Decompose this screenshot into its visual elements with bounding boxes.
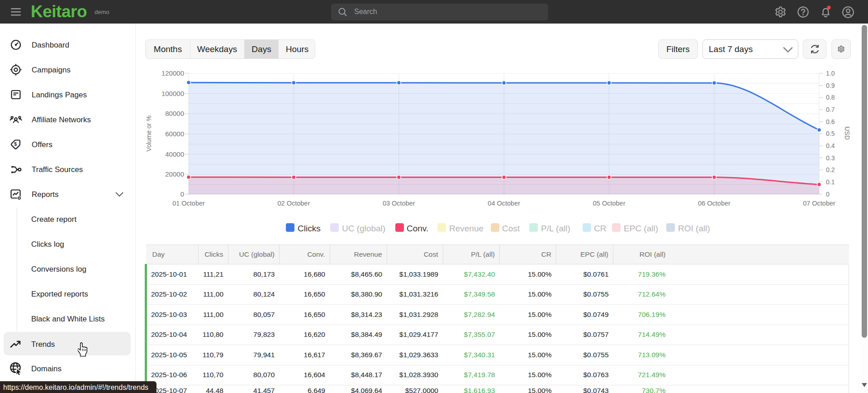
svg-text:1.0: 1.0 (826, 70, 835, 77)
svg-text:$: $ (14, 141, 17, 147)
svg-text:0.2: 0.2 (826, 166, 835, 173)
svg-text:0.6: 0.6 (826, 118, 835, 125)
svg-text:60000: 60000 (165, 130, 184, 138)
svg-text:0.8: 0.8 (826, 94, 835, 101)
svg-text:04 October: 04 October (488, 200, 520, 207)
svg-text:80000: 80000 (165, 110, 184, 117)
svg-text:USD: USD (844, 126, 851, 140)
svg-text:20000: 20000 (165, 170, 184, 178)
svg-text:05 October: 05 October (593, 200, 626, 207)
svg-text:0.5: 0.5 (826, 130, 835, 137)
svg-text:07 October: 07 October (803, 200, 835, 207)
svg-text:Volume or %: Volume or % (145, 115, 152, 151)
svg-text:0.7: 0.7 (826, 106, 835, 113)
svg-text:40000: 40000 (165, 150, 184, 158)
svg-text:06 October: 06 October (698, 200, 730, 207)
svg-text:0.9: 0.9 (826, 82, 835, 89)
svg-text:0: 0 (180, 190, 184, 198)
svg-text:100000: 100000 (161, 90, 184, 97)
svg-text:0.3: 0.3 (826, 154, 835, 162)
svg-text:120000: 120000 (161, 69, 184, 77)
svg-text:02 October: 02 October (278, 200, 310, 207)
svg-text:01 October: 01 October (172, 200, 205, 207)
svg-text:0: 0 (826, 191, 830, 198)
svg-text:0.1: 0.1 (826, 178, 835, 186)
svg-text:0.4: 0.4 (826, 142, 835, 149)
svg-text:03 October: 03 October (383, 200, 415, 207)
